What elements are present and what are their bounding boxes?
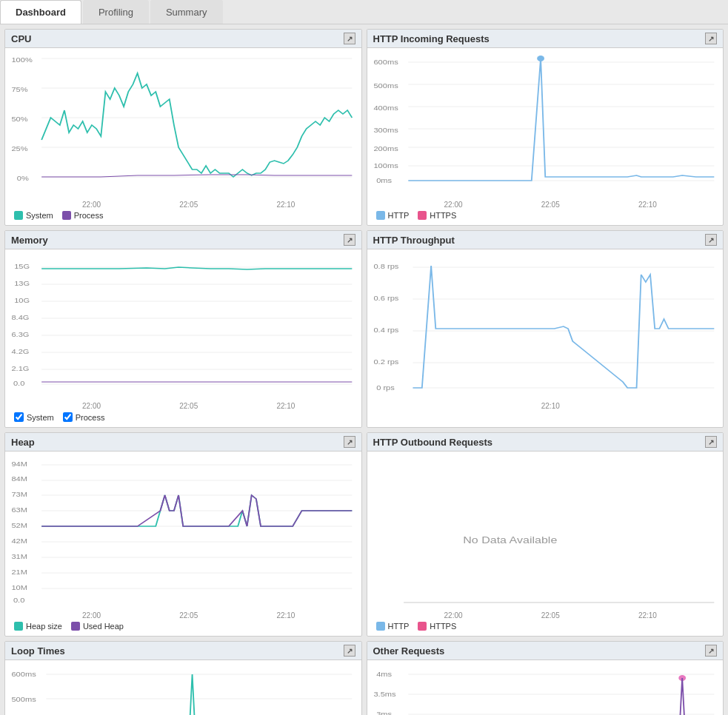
panel-http-outbound: HTTP Outbound Requests ↗ No Data Availab…	[367, 432, 724, 637]
tab-bar: Dashboard Profiling Summary	[0, 0, 728, 24]
expand-loop-times-button[interactable]: ↗	[344, 645, 355, 657]
svg-text:25%: 25%	[11, 145, 27, 152]
dashboard: CPU ↗ 100% 75% 50% 25% 0%	[0, 24, 728, 715]
panel-http-outbound-body: No Data Available 22:00 22:05 22:10 HTTP	[367, 452, 724, 636]
expand-other-requests-button[interactable]: ↗	[705, 645, 717, 657]
panel-memory-header: Memory ↗	[5, 231, 361, 249]
svg-text:50%: 50%	[11, 115, 27, 123]
svg-text:94M: 94M	[11, 460, 27, 468]
expand-http-outbound-button[interactable]: ↗	[705, 436, 717, 448]
row-1: CPU ↗ 100% 75% 50% 25% 0%	[4, 29, 724, 226]
loop-times-chart: 600ms 500ms 400ms 300ms	[10, 663, 357, 715]
panel-other-requests-header: Other Requests ↗	[367, 642, 724, 660]
http-incoming-x-labels: 22:00 22:05 22:10	[372, 199, 719, 209]
cpu-legend: System Process	[10, 209, 357, 222]
expand-heap-button[interactable]: ↗	[344, 436, 355, 448]
svg-text:52M: 52M	[11, 522, 27, 529]
panel-http-throughput: HTTP Throughput ↗ 0.8 rps 0.6 rps 0.4 rp…	[367, 230, 724, 428]
tab-profiling[interactable]: Profiling	[83, 0, 149, 24]
svg-text:100%: 100%	[11, 56, 32, 64]
https-legend-dot	[418, 211, 427, 220]
http-outbound-chart: No Data Available	[372, 454, 719, 610]
panel-memory: Memory ↗ 15G 13G 10G 8.4G 6.3G 4.2G 2.1G…	[4, 230, 362, 428]
heap-chart: 94M 84M 73M 63M 52M 42M 31M 21M 10M 0.0	[10, 454, 357, 610]
system-legend-label: System	[26, 211, 53, 220]
system-legend-dot	[14, 211, 23, 220]
https-out-legend-label: HTTPS	[430, 622, 456, 631]
svg-text:0.0: 0.0	[13, 380, 25, 387]
panel-cpu-body: 100% 75% 50% 25% 0%	[5, 48, 361, 225]
svg-text:600ms: 600ms	[11, 671, 36, 678]
memory-system-checkbox[interactable]	[14, 412, 24, 422]
panel-http-outbound-title: HTTP Outbound Requests	[373, 437, 493, 448]
svg-text:0.4 rps: 0.4 rps	[373, 326, 398, 334]
svg-text:0.8 rps: 0.8 rps	[373, 263, 398, 270]
panel-heap-title: Heap	[11, 437, 35, 448]
https-legend-label: HTTPS	[430, 211, 456, 220]
memory-process-checkbox[interactable]	[63, 412, 73, 422]
panel-http-incoming-title: HTTP Incoming Requests	[373, 33, 490, 44]
svg-text:100ms: 100ms	[373, 162, 398, 169]
panel-other-requests: Other Requests ↗ 4ms 3.5ms 3ms 2.5ms 2ms	[367, 641, 724, 715]
svg-text:600ms: 600ms	[373, 58, 398, 66]
used-heap-legend-label: Used Heap	[83, 622, 124, 631]
memory-system-label: System	[27, 413, 54, 422]
tab-dashboard[interactable]: Dashboard	[0, 0, 81, 24]
panel-heap-body: 94M 84M 73M 63M 52M 42M 31M 21M 10M 0.0	[5, 452, 361, 636]
panel-memory-body: 15G 13G 10G 8.4G 6.3G 4.2G 2.1G 0.0	[5, 249, 361, 427]
svg-text:0.2 rps: 0.2 rps	[373, 358, 398, 366]
svg-text:0ms: 0ms	[376, 177, 392, 184]
expand-http-incoming-button[interactable]: ↗	[705, 33, 717, 44]
svg-text:4.2G: 4.2G	[11, 348, 29, 355]
expand-memory-button[interactable]: ↗	[344, 234, 355, 246]
panel-http-throughput-header: HTTP Throughput ↗	[367, 231, 724, 249]
cpu-x-labels: 22:00 22:05 22:10	[10, 199, 357, 209]
http-incoming-chart: 600ms 500ms 400ms 300ms 200ms 100ms 0ms	[372, 51, 719, 199]
http-out-legend-dot	[376, 622, 385, 631]
http-incoming-legend: HTTP HTTPS	[372, 209, 719, 222]
svg-text:2.1G: 2.1G	[11, 365, 29, 372]
svg-text:15G: 15G	[14, 263, 30, 270]
expand-cpu-button[interactable]: ↗	[344, 33, 355, 44]
svg-text:3ms: 3ms	[376, 711, 392, 715]
panel-loop-times-header: Loop Times ↗	[5, 642, 361, 660]
memory-legend: System Process	[10, 410, 357, 424]
svg-text:500ms: 500ms	[373, 82, 398, 90]
no-data-text: No Data Available	[463, 534, 557, 545]
used-heap-legend-dot	[71, 622, 80, 631]
panel-heap: Heap ↗ 94M 84M 73M 63M 52M 42M 31M 21M 1…	[4, 432, 362, 637]
row-4: Loop Times ↗ 600ms 500ms 400ms 300ms	[4, 641, 724, 715]
panel-memory-title: Memory	[11, 235, 48, 246]
svg-text:75%: 75%	[11, 86, 27, 93]
svg-text:13G: 13G	[14, 280, 30, 287]
panel-http-throughput-body: 0.8 rps 0.6 rps 0.4 rps 0.2 rps 0 rps	[367, 249, 724, 413]
panel-http-incoming-header: HTTP Incoming Requests ↗	[367, 30, 724, 48]
panel-http-throughput-title: HTTP Throughput	[373, 235, 455, 246]
heap-size-legend-dot	[14, 622, 23, 631]
process-legend-dot	[62, 211, 71, 220]
other-requests-chart: 4ms 3.5ms 3ms 2.5ms 2ms	[372, 663, 719, 715]
svg-point-24	[537, 56, 544, 61]
panel-http-outbound-header: HTTP Outbound Requests ↗	[367, 433, 724, 452]
svg-text:8.4G: 8.4G	[11, 314, 29, 321]
svg-text:3.5ms: 3.5ms	[373, 691, 395, 698]
svg-text:0 rps: 0 rps	[376, 384, 395, 392]
svg-text:300ms: 300ms	[373, 127, 398, 134]
memory-x-labels: 22:00 22:05 22:10	[10, 400, 357, 410]
http-legend-label: HTTP	[388, 211, 410, 220]
http-out-legend-label: HTTP	[388, 622, 410, 631]
svg-text:84M: 84M	[11, 475, 27, 483]
panel-other-requests-body: 4ms 3.5ms 3ms 2.5ms 2ms	[367, 660, 724, 715]
panel-loop-times-body: 600ms 500ms 400ms 300ms	[5, 660, 361, 715]
panel-loop-times: Loop Times ↗ 600ms 500ms 400ms 300ms	[4, 641, 362, 715]
expand-http-throughput-button[interactable]: ↗	[705, 234, 717, 246]
svg-text:31M: 31M	[11, 553, 27, 560]
heap-legend: Heap size Used Heap	[10, 620, 357, 633]
panel-other-requests-title: Other Requests	[373, 645, 445, 657]
panel-cpu-title: CPU	[11, 33, 31, 44]
svg-text:73M: 73M	[11, 491, 27, 498]
svg-text:400ms: 400ms	[373, 104, 398, 112]
panel-http-incoming: HTTP Incoming Requests ↗ 600ms 500ms 400…	[367, 29, 724, 226]
panel-loop-times-title: Loop Times	[11, 645, 65, 657]
tab-summary[interactable]: Summary	[150, 0, 223, 24]
